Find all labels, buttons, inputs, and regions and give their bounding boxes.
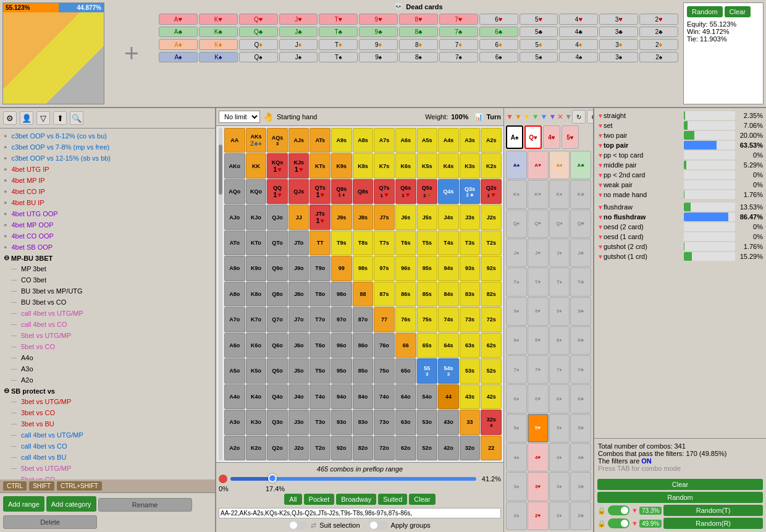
range-cell-52o[interactable]: 52o [417, 436, 438, 460]
range-cell-q8o[interactable]: Q8o [267, 282, 288, 306]
card-8d[interactable]: 8♦ [399, 39, 438, 50]
range-cell-q3o[interactable]: Q3o [267, 410, 288, 434]
slider-thumb[interactable] [268, 474, 277, 483]
turn-card-9h[interactable]: 9♥ [528, 297, 549, 326]
range-cell-k8s[interactable]: K8s [353, 153, 374, 178]
turn-card-2h[interactable]: 2♥ [528, 502, 549, 530]
filter-icon-7[interactable]: ▼ [565, 112, 572, 121]
range-cell-aqs[interactable]: AQs3 [267, 128, 288, 153]
range-cell-53o[interactable]: 53o [417, 410, 438, 434]
turn-card-5c[interactable]: 5♣ [570, 414, 591, 442]
turn-card-tc[interactable]: T♣ [570, 268, 591, 296]
range-cell-aa[interactable]: AA [224, 128, 245, 153]
range-cell-32s[interactable]: 32s4 [481, 410, 502, 434]
range-cell-q6s[interactable]: Q6s1 ♥ [395, 179, 416, 204]
turn-card-jc[interactable]: J♣ [570, 239, 591, 267]
card-Jc[interactable]: J♣ [279, 27, 318, 37]
range-cell-63s[interactable]: 63s [460, 333, 481, 358]
range-cell-qjo[interactable]: QJo [267, 205, 288, 229]
range-cell-q7s[interactable]: Q7s1 ♥ [374, 179, 395, 204]
range-cell-a3s[interactable]: A3s [460, 128, 481, 153]
range-cell-75o[interactable]: 75o [374, 358, 395, 383]
card-Th[interactable]: T♥ [319, 14, 358, 25]
range-cell-j9o[interactable]: J9o [288, 256, 309, 281]
rename-button[interactable]: Rename [98, 498, 192, 512]
range-cell-j7o[interactable]: J7o [288, 307, 309, 332]
turn-card-8s[interactable]: 8♠ [506, 326, 527, 355]
range-cell-kjo[interactable]: KJo [246, 205, 267, 229]
range-cell-a8o[interactable]: A8o [224, 282, 245, 306]
turn-card-3h[interactable]: 3♥ [528, 472, 549, 500]
range-cell-43o[interactable]: 43o [438, 410, 459, 434]
range-cell-qts[interactable]: QTs1♥ [309, 179, 330, 204]
range-cell-73s[interactable]: 73s [460, 307, 481, 332]
filter-icon-1[interactable]: ▼ [506, 112, 513, 121]
range-cell-93s[interactable]: 93s [460, 256, 481, 281]
sidebar-item-5bet-utg-mp[interactable]: 5bet vs UTG/MP [18, 331, 74, 340]
range-cell-t9s[interactable]: T9s [331, 230, 352, 255]
filter-icon-5[interactable]: ▼ [541, 112, 548, 121]
range-cell-85o[interactable]: 85o [353, 358, 374, 383]
range-cell-tt[interactable]: TT [309, 230, 330, 255]
sidebar-item-mp-3bet[interactable]: MP 3bet [18, 264, 49, 274]
card-5h[interactable]: 5♥ [520, 14, 558, 25]
sidebar-item-bu-3bet-mp-utg[interactable]: BU 3bet vs MP/UTG [18, 286, 86, 296]
range-cell-jts[interactable]: JTs1♥ [309, 205, 330, 229]
range-cell-22[interactable]: 22 [481, 436, 502, 460]
slider-track[interactable] [230, 476, 476, 482]
card-5d[interactable]: 5♦ [520, 39, 558, 50]
range-cell-95o[interactable]: 95o [331, 358, 352, 383]
card-Qh[interactable]: Q♥ [239, 14, 278, 25]
sidebar-item-4bet-mp-ip[interactable]: 4bet MP IP [8, 175, 48, 185]
card-Qs[interactable]: Q♠ [239, 52, 278, 62]
card-Kh[interactable]: K♥ [199, 14, 238, 25]
range-cell-q5o[interactable]: Q5o [267, 358, 288, 383]
turn-card-qh[interactable]: Q♥ [528, 209, 549, 238]
range-cell-53s[interactable]: 53s [460, 358, 481, 383]
range-cell-77[interactable]: 77 [374, 307, 395, 332]
range-cell-kqo[interactable]: KQo [246, 179, 267, 204]
card-9c[interactable]: 9♣ [359, 27, 398, 37]
search-icon[interactable]: 🔍 [70, 111, 83, 125]
turn-card-ac[interactable]: A♣ [570, 151, 591, 179]
range-cell-66[interactable]: 66 [395, 333, 416, 358]
range-cell-65o[interactable]: 65o [395, 358, 416, 383]
range-cell-k2s[interactable]: K2s [481, 153, 502, 178]
range-cell-a9o[interactable]: A9o [224, 256, 245, 281]
card-7s[interactable]: 7♠ [439, 52, 478, 62]
range-cell-t2s[interactable]: T2s [481, 230, 502, 255]
card-7h[interactable]: 7♥ [439, 14, 478, 25]
range-cell-83o[interactable]: 83o [353, 410, 374, 434]
range-cell-97s[interactable]: 97s [374, 256, 395, 281]
clear-range-button[interactable]: Clear [409, 494, 435, 505]
turn-card-ks[interactable]: K♠ [506, 180, 527, 208]
range-cell-k9o[interactable]: K9o [246, 256, 267, 281]
turn-card-7s[interactable]: 7♠ [506, 355, 527, 384]
card-6s[interactable]: 6♠ [479, 52, 518, 62]
range-cell-a3o[interactable]: A3o [224, 410, 245, 434]
range-cell-99[interactable]: 99 [331, 256, 352, 281]
card-Ts[interactable]: T♠ [319, 52, 358, 62]
turn-card-8d[interactable]: 8♦ [549, 326, 570, 355]
range-cell-62s[interactable]: 62s [481, 333, 502, 358]
add-range-icon[interactable]: + [107, 0, 156, 107]
range-cell-k5o[interactable]: K5o [246, 358, 267, 383]
filter-tri-two-pair[interactable]: ▼ [597, 132, 604, 139]
sidebar-item-call-4bet-co[interactable]: call 4bet vs CO [18, 319, 70, 329]
range-cell-t8s[interactable]: T8s [353, 230, 374, 255]
range-cell-92s[interactable]: 92s [481, 256, 502, 281]
sidebar-item-a3o[interactable]: A3o [18, 364, 36, 374]
turn-card-ad[interactable]: A♦ [549, 151, 570, 179]
range-cell-qto[interactable]: QTo [267, 230, 288, 255]
sidebar-group-sb-protect[interactable]: ⊖ SB protect vs [2, 386, 213, 396]
range-cell-55[interactable]: 553 [417, 358, 438, 383]
turn-card-7c[interactable]: 7♣ [570, 355, 591, 384]
sidebar-item-sb-call4bet-utg-mp[interactable]: call 4bet vs UTG/MP [18, 430, 86, 440]
filter-tri-oesd2[interactable]: ▼ [597, 224, 604, 230]
turn-card-ts[interactable]: T♠ [506, 268, 527, 296]
filter-tri-no-made[interactable]: ▼ [597, 192, 604, 198]
card-3h[interactable]: 3♥ [599, 14, 638, 25]
card-6d[interactable]: 6♦ [479, 39, 518, 50]
range-cell-96s[interactable]: 96s [395, 256, 416, 281]
suited-button[interactable]: Suited [378, 494, 407, 505]
